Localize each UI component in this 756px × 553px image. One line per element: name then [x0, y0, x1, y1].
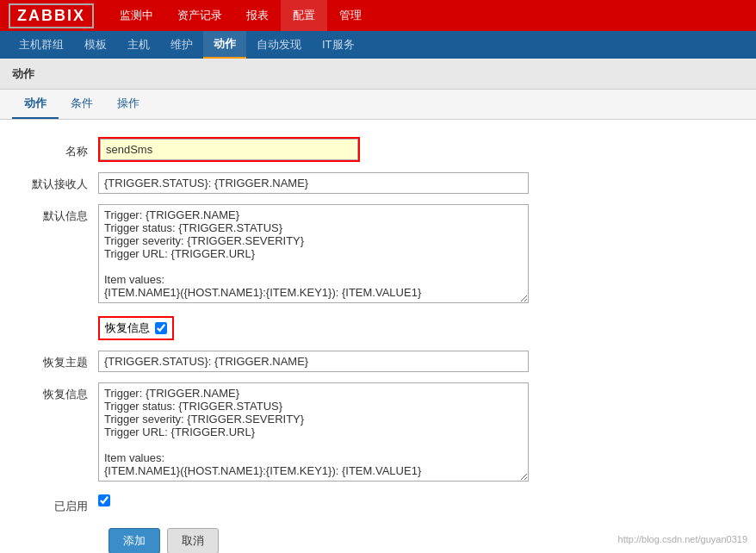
default-receiver-control	[98, 172, 744, 194]
top-nav: ZABBIX 监测中 资产记录 报表 配置 管理	[0, 0, 756, 31]
recovery-info-checkbox[interactable]	[155, 322, 167, 334]
content-area: 名称 默认接收人 默认信息 Trigger: {TRIGGER.NAME} Tr…	[0, 120, 756, 553]
recovery-message-row: 恢复信息 Trigger: {TRIGGER.NAME} Trigger sta…	[12, 382, 744, 484]
logo: ZABBIX	[9, 3, 108, 28]
recovery-info-text: 恢复信息	[105, 320, 150, 336]
enabled-control	[98, 494, 110, 509]
recovery-info-wrapper: 恢复信息	[98, 316, 174, 340]
recovery-message-textarea[interactable]: Trigger: {TRIGGER.NAME} Trigger status: …	[98, 382, 529, 482]
name-label: 名称	[12, 140, 98, 159]
tab-bar: 动作 条件 操作	[0, 90, 756, 120]
top-menu-item-assets[interactable]: 资产记录	[165, 0, 234, 31]
name-field-wrapper	[98, 137, 360, 162]
recovery-info-label-placeholder	[12, 316, 98, 320]
watermark: http://blog.csdn.net/guyan0319	[618, 534, 747, 544]
second-menu-item-itservice[interactable]: IT服务	[312, 31, 365, 59]
enabled-row: 已启用	[12, 494, 744, 514]
second-menu-item-hostgroup[interactable]: 主机群组	[9, 31, 74, 59]
default-receiver-label: 默认接收人	[12, 172, 98, 192]
recovery-subject-row: 恢复主题	[12, 351, 744, 372]
default-message-row: 默认信息 Trigger: {TRIGGER.NAME} Trigger sta…	[12, 204, 744, 306]
second-menu-item-template[interactable]: 模板	[74, 31, 117, 59]
second-menu: 主机群组 模板 主机 维护 动作 自动发现 IT服务	[9, 31, 365, 59]
enabled-label: 已启用	[12, 494, 98, 514]
page-title: 动作	[0, 59, 756, 90]
default-receiver-row: 默认接收人	[12, 172, 744, 194]
recovery-message-control: Trigger: {TRIGGER.NAME} Trigger status: …	[98, 382, 744, 484]
default-message-textarea[interactable]: Trigger: {TRIGGER.NAME} Trigger status: …	[98, 204, 529, 303]
second-menu-item-maintenance[interactable]: 维护	[160, 31, 203, 59]
second-menu-item-actions[interactable]: 动作	[203, 31, 246, 59]
top-menu-item-monitor[interactable]: 监测中	[108, 0, 165, 31]
recovery-message-label: 恢复信息	[12, 382, 98, 402]
second-menu-item-discovery[interactable]: 自动发现	[246, 31, 312, 59]
default-message-control: Trigger: {TRIGGER.NAME} Trigger status: …	[98, 204, 744, 306]
tab-operations[interactable]: 操作	[105, 90, 152, 119]
top-menu-item-admin[interactable]: 管理	[327, 0, 374, 31]
default-receiver-input[interactable]	[98, 172, 529, 194]
tab-conditions[interactable]: 条件	[59, 90, 105, 119]
add-button[interactable]: 添加	[108, 528, 160, 553]
top-menu-item-reports[interactable]: 报表	[234, 0, 281, 31]
recovery-subject-label: 恢复主题	[12, 351, 98, 370]
name-row: 名称	[12, 137, 744, 162]
recovery-info-row: 恢复信息	[12, 316, 744, 340]
top-menu: 监测中 资产记录 报表 配置 管理	[108, 0, 374, 31]
second-menu-item-host[interactable]: 主机	[117, 31, 160, 59]
recovery-subject-input[interactable]	[98, 351, 529, 372]
top-menu-item-config[interactable]: 配置	[281, 0, 327, 31]
cancel-button[interactable]: 取消	[167, 528, 219, 553]
recovery-subject-control	[98, 351, 744, 372]
tab-actions[interactable]: 动作	[12, 90, 59, 119]
enabled-checkbox[interactable]	[98, 494, 110, 506]
name-input[interactable]	[100, 139, 358, 160]
second-nav: 主机群组 模板 主机 维护 动作 自动发现 IT服务	[0, 31, 756, 59]
default-message-label: 默认信息	[12, 204, 98, 224]
